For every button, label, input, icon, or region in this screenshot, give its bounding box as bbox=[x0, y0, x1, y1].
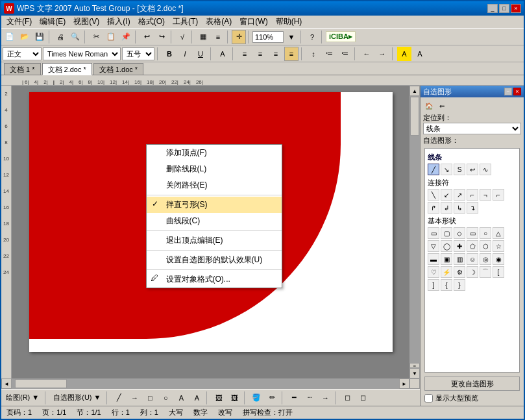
update-shapes-button[interactable]: 更改自选图形 bbox=[424, 377, 520, 391]
shape-line4[interactable]: ↩ bbox=[467, 164, 478, 175]
maximize-button[interactable]: □ bbox=[499, 4, 509, 13]
line-tool[interactable]: ╱ bbox=[112, 391, 126, 405]
tab-doc3[interactable]: 文档 1.doc * bbox=[93, 63, 143, 75]
panel-close-button[interactable]: × bbox=[513, 88, 521, 95]
iciba-button[interactable]: iCIBA▸ bbox=[326, 31, 356, 42]
shape-basic3[interactable]: ◇ bbox=[454, 227, 465, 239]
new-button[interactable]: 📄 bbox=[3, 30, 17, 44]
clip-art-tool[interactable]: 🖼 bbox=[212, 391, 226, 405]
shape-basic22[interactable]: ☽ bbox=[467, 266, 478, 278]
line-spacing-button[interactable]: ↕ bbox=[306, 47, 321, 61]
3d-tool[interactable]: ◻ bbox=[356, 391, 370, 405]
redo-button[interactable]: ↪ bbox=[154, 30, 169, 44]
scroll-down-button[interactable]: ▼ bbox=[409, 368, 420, 378]
panel-home-button[interactable]: 🏠 bbox=[423, 100, 435, 112]
tab-doc2[interactable]: 文档 2.doc * bbox=[42, 63, 92, 75]
shape-conn5[interactable]: ¬ bbox=[480, 189, 491, 201]
scroll-track[interactable] bbox=[409, 96, 420, 363]
shape-conn8[interactable]: ↲ bbox=[441, 202, 452, 214]
shape-line3[interactable]: S bbox=[454, 164, 465, 175]
locate-select[interactable]: 线条 bbox=[423, 123, 521, 134]
cut-button[interactable]: ✂ bbox=[89, 30, 103, 44]
formula-button[interactable]: √ bbox=[175, 30, 189, 44]
align-center-button[interactable]: ≡ bbox=[253, 47, 267, 61]
ellipse-tool[interactable]: ○ bbox=[158, 391, 173, 405]
shape-conn10[interactable]: ↴ bbox=[467, 202, 478, 214]
font-color2-button[interactable]: A bbox=[413, 47, 427, 61]
dash-style-tool[interactable]: ┄ bbox=[302, 391, 317, 405]
shape-line2[interactable]: ↘ bbox=[441, 164, 452, 175]
ctx-exit-vertex[interactable]: 退出顶点编辑(E) bbox=[147, 232, 282, 249]
scroll-right-button[interactable]: ► bbox=[399, 378, 409, 389]
justify-button[interactable]: ≡ bbox=[284, 47, 299, 61]
rect-tool[interactable]: □ bbox=[143, 391, 157, 405]
shape-basic24[interactable]: [ bbox=[493, 266, 504, 278]
shape-conn6[interactable]: ⌐ bbox=[493, 189, 504, 201]
shape-basic27[interactable]: } bbox=[454, 279, 465, 291]
image-tool[interactable]: 🖼 bbox=[227, 391, 241, 405]
shape-conn4[interactable]: ⌐ bbox=[467, 189, 478, 201]
scroll-up-button[interactable]: ▲ bbox=[409, 86, 420, 96]
shape-basic12[interactable]: ☆ bbox=[493, 240, 504, 252]
ctx-delete-segment[interactable]: 删除线段(L) bbox=[147, 161, 282, 177]
menu-insert[interactable]: 插入(I) bbox=[103, 15, 134, 29]
scroll-split-button[interactable]: ━ bbox=[409, 363, 420, 368]
shape-basic13[interactable]: ▬ bbox=[428, 253, 439, 265]
shape-basic7[interactable]: ▽ bbox=[428, 240, 439, 252]
menu-file[interactable]: 文件(F) bbox=[3, 15, 36, 29]
shape-basic25[interactable]: ] bbox=[428, 279, 439, 291]
shape-basic26[interactable]: { bbox=[441, 279, 452, 291]
scroll-thumb[interactable] bbox=[410, 97, 419, 136]
zoom-input[interactable] bbox=[252, 31, 284, 43]
shape-basic4[interactable]: ▭ bbox=[467, 227, 478, 239]
ctx-straight-arc[interactable]: ✓ 拌直弓形(S) bbox=[147, 197, 282, 213]
preview-button[interactable]: 🔍 bbox=[68, 30, 82, 44]
shape-basic9[interactable]: ✚ bbox=[454, 240, 465, 252]
style-select[interactable]: 正文 bbox=[3, 47, 42, 60]
menu-tools[interactable]: 工具(T) bbox=[169, 15, 202, 29]
shape-basic19[interactable]: ♡ bbox=[428, 266, 439, 278]
copy-button[interactable]: 📋 bbox=[104, 30, 118, 44]
save-button[interactable]: 💾 bbox=[32, 30, 47, 44]
shape-basic16[interactable]: ☺ bbox=[467, 253, 478, 265]
menu-edit[interactable]: 编辑(E) bbox=[36, 15, 69, 29]
indent-less-button[interactable]: ← bbox=[360, 47, 374, 61]
column-button[interactable]: ≡ bbox=[211, 30, 225, 44]
font-select[interactable]: Times New Roman bbox=[43, 47, 121, 60]
open-button[interactable]: 📂 bbox=[18, 30, 32, 44]
preview-checkbox[interactable] bbox=[424, 394, 433, 402]
minimize-button[interactable]: _ bbox=[487, 4, 498, 13]
size-select[interactable]: 五号 bbox=[122, 47, 154, 60]
help-button[interactable]: ? bbox=[305, 30, 319, 44]
table-insert-button[interactable]: ▦ bbox=[196, 30, 210, 44]
shape-basic21[interactable]: ⚙ bbox=[454, 266, 465, 278]
scroll-h-thumb[interactable] bbox=[15, 379, 67, 388]
arrow-style-tool[interactable]: → bbox=[318, 391, 332, 405]
ctx-curve-segment[interactable]: 曲线段(C) bbox=[147, 213, 282, 229]
undo-button[interactable]: ↩ bbox=[140, 30, 154, 44]
shape-line1[interactable]: ╱ bbox=[428, 164, 439, 175]
shape-line5[interactable]: ∿ bbox=[480, 164, 491, 175]
bold-button[interactable]: B bbox=[162, 47, 177, 61]
shape-basic20[interactable]: ⚡ bbox=[441, 266, 452, 278]
panel-float-button[interactable]: − bbox=[504, 88, 512, 95]
print-button[interactable]: 🖨 bbox=[53, 30, 67, 44]
panel-back-button[interactable]: ⇐ bbox=[436, 100, 448, 112]
shape-basic10[interactable]: ⬠ bbox=[467, 240, 478, 252]
menu-table[interactable]: 表格(A) bbox=[202, 15, 236, 29]
numbering-button[interactable]: ≔ bbox=[322, 47, 336, 61]
shape-conn9[interactable]: ↳ bbox=[454, 202, 465, 214]
fill-color-tool[interactable]: 🪣 bbox=[249, 391, 263, 405]
shape-basic2[interactable]: ▢ bbox=[441, 227, 452, 239]
zoom-dropdown[interactable]: ▼ bbox=[284, 30, 299, 44]
shadow-tool[interactable]: ◻ bbox=[340, 391, 354, 405]
move-button[interactable]: ✛ bbox=[232, 30, 246, 44]
tab-doc1[interactable]: 文档 1 * bbox=[4, 63, 41, 75]
ctx-set-default[interactable]: 设置自选图形的默认效果(U) bbox=[147, 252, 282, 268]
shape-basic15[interactable]: ▥ bbox=[454, 253, 465, 265]
wordart-tool[interactable]: A bbox=[189, 391, 204, 405]
shape-conn2[interactable]: ↙ bbox=[441, 189, 452, 201]
menu-view[interactable]: 视图(V) bbox=[69, 15, 103, 29]
align-right-button[interactable]: ≡ bbox=[269, 47, 283, 61]
shape-basic11[interactable]: ⬡ bbox=[480, 240, 491, 252]
